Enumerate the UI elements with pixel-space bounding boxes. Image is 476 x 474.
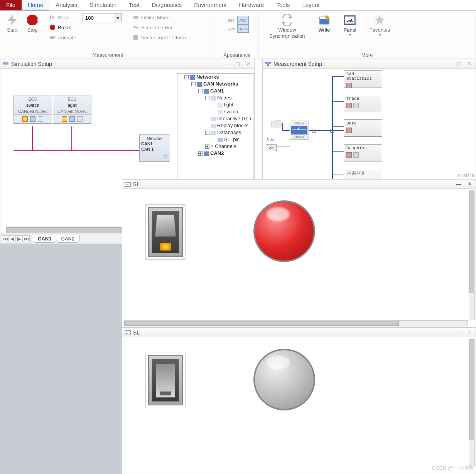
network-can1-node[interactable]: Network CAN1 CAN 1 xyxy=(139,134,170,162)
dropdown-icon[interactable]: ▾ xyxy=(114,13,122,22)
step-combo[interactable]: ▾ xyxy=(83,13,122,22)
graphics-block[interactable]: Graphics xyxy=(344,144,382,161)
collapse-icon[interactable]: − xyxy=(191,82,196,86)
h-scrollbar[interactable] xyxy=(124,320,468,326)
v-scrollbar[interactable] xyxy=(469,190,475,319)
tree-node-light[interactable]: light xyxy=(224,102,233,108)
maximize-button[interactable]: ▢ xyxy=(455,61,463,67)
tree-nodes[interactable]: Nodes xyxy=(217,95,232,101)
step-button[interactable]: Step xyxy=(48,12,78,22)
sim-label: Sim. xyxy=(267,138,276,142)
panel-icon xyxy=(125,329,131,336)
close-button[interactable]: ✕ xyxy=(466,181,473,187)
menu-simulation[interactable]: Simulation xyxy=(83,0,123,10)
stop-label: Stop xyxy=(27,27,38,33)
switch-widget-off[interactable] xyxy=(145,353,186,408)
menu-home[interactable]: Home xyxy=(22,0,49,10)
nodes-icon xyxy=(211,96,216,101)
measurement-canvas[interactable]: Sim. >> Offline Online xyxy=(263,69,476,179)
menu-diagnostics[interactable]: Diagnostics xyxy=(146,0,188,10)
panel-button[interactable]: Panel ▾ xyxy=(341,12,360,39)
step-icon xyxy=(49,14,56,20)
switch-widget-on[interactable] xyxy=(145,204,186,260)
svg-rect-27 xyxy=(267,64,269,66)
tree-can-networks[interactable]: CAN Networks xyxy=(203,81,238,87)
tree-interactive[interactable]: Interactive Gen xyxy=(217,116,251,121)
ecu-light-node[interactable]: ECU light CANoeILNLVec xyxy=(53,96,91,124)
nav-prev-icon[interactable]: ◀ xyxy=(9,235,16,242)
ribbon-group-appearance: dec hex sym num Appearance xyxy=(216,11,258,59)
minimize-button[interactable]: — xyxy=(455,329,463,335)
tree-channels[interactable]: Channels xyxy=(215,143,236,149)
collapse-icon[interactable]: − xyxy=(205,96,209,100)
tree-can2[interactable]: CAN2 xyxy=(210,150,224,156)
tree-replay[interactable]: Replay blocks xyxy=(217,123,248,128)
window-sync-button[interactable]: Window Synchronization xyxy=(266,12,308,40)
collapse-icon[interactable]: − xyxy=(205,131,209,135)
sim-expand-button[interactable]: >> xyxy=(266,144,277,151)
online-mode-button[interactable]: Online Mode xyxy=(131,12,187,22)
block-title: Graphics xyxy=(344,145,382,151)
simulated-bus-button[interactable]: Simulated Bus xyxy=(131,22,187,32)
hex-toggle[interactable]: hex xyxy=(237,16,249,24)
minimize-button[interactable]: — xyxy=(455,181,463,187)
replay-icon xyxy=(211,124,216,128)
minimize-button[interactable]: — xyxy=(223,61,231,67)
maximize-button[interactable]: ▢ xyxy=(234,61,241,67)
nav-last-icon[interactable]: ⏭ xyxy=(23,235,30,242)
can-statistics-block[interactable]: CAN Statistics xyxy=(344,70,382,87)
tree-can1[interactable]: CAN1 xyxy=(210,88,224,94)
number-format-toggle[interactable]: dec hex sym num xyxy=(225,15,249,33)
bolt-icon xyxy=(6,14,19,26)
svg-rect-2 xyxy=(50,15,51,19)
stop-button[interactable]: Stop xyxy=(23,12,42,34)
sl-title-2: SL xyxy=(133,329,455,336)
measurement-setup-panel: Measurement Setup — ▢ ✕ Sim. >> Offline … xyxy=(262,59,476,179)
data-block[interactable]: Data xyxy=(344,119,382,137)
animate-icon xyxy=(49,34,56,40)
dec-toggle[interactable]: dec xyxy=(226,16,237,24)
nav-next-icon[interactable]: ▶ xyxy=(16,235,23,242)
online-label: Online xyxy=(290,135,309,140)
start-button[interactable]: Start xyxy=(3,12,22,34)
menu-test[interactable]: Test xyxy=(123,0,146,10)
menu-hardware[interactable]: Hardware xyxy=(233,0,270,10)
tree-node-switch[interactable]: switch xyxy=(224,109,238,114)
ecu-switch-node[interactable]: ECU switch CANoeILNLVec xyxy=(14,96,52,124)
sym-toggle[interactable]: sym xyxy=(226,24,237,33)
tab-can2[interactable]: CAN2 xyxy=(56,235,79,243)
tree-sl-pic[interactable]: SL_pic xyxy=(224,136,240,142)
v-scrollbar[interactable] xyxy=(469,339,475,466)
nav-first-icon[interactable]: ⏮ xyxy=(2,235,9,242)
collapse-icon[interactable]: − xyxy=(184,75,189,79)
favorites-button[interactable]: Favorites ▾ xyxy=(366,12,393,39)
minimize-button[interactable]: — xyxy=(444,61,452,67)
net-name: CAN1 xyxy=(141,141,168,147)
close-button[interactable]: ✕ xyxy=(466,329,473,335)
close-button[interactable]: ✕ xyxy=(466,61,473,67)
mode-switch-node[interactable]: Offline Online xyxy=(290,121,309,140)
expand-icon[interactable]: + xyxy=(198,151,203,156)
menu-tools[interactable]: Tools xyxy=(270,0,296,10)
lower-background xyxy=(0,244,122,474)
expand-icon[interactable]: + xyxy=(205,145,209,149)
tab-can1[interactable]: CAN1 xyxy=(33,235,56,243)
menu-analysis[interactable]: Analysis xyxy=(49,0,83,10)
menu-file[interactable]: File xyxy=(0,0,22,10)
svg-marker-4 xyxy=(50,25,55,30)
tree-databases[interactable]: Databases xyxy=(217,129,241,135)
step-input[interactable] xyxy=(83,13,114,22)
collapse-icon[interactable]: − xyxy=(198,89,203,93)
close-button[interactable]: ✕ xyxy=(245,61,252,67)
menu-layout[interactable]: Layout xyxy=(296,0,326,10)
trace-block[interactable]: Trace xyxy=(344,95,382,112)
write-button[interactable]: Write xyxy=(315,12,334,34)
animate-button[interactable]: Animate xyxy=(48,32,78,42)
network-tree[interactable]: −Networks −CAN Networks −CAN1 −Nodes lig… xyxy=(177,73,253,181)
node-icon xyxy=(218,110,223,114)
menu-environment[interactable]: Environment xyxy=(188,0,233,10)
break-button[interactable]: Break xyxy=(48,22,78,32)
tree-networks[interactable]: Networks xyxy=(196,74,219,80)
vector-tool-button[interactable]: Vector Tool Platform xyxy=(131,32,187,42)
num-toggle[interactable]: num xyxy=(237,24,249,33)
